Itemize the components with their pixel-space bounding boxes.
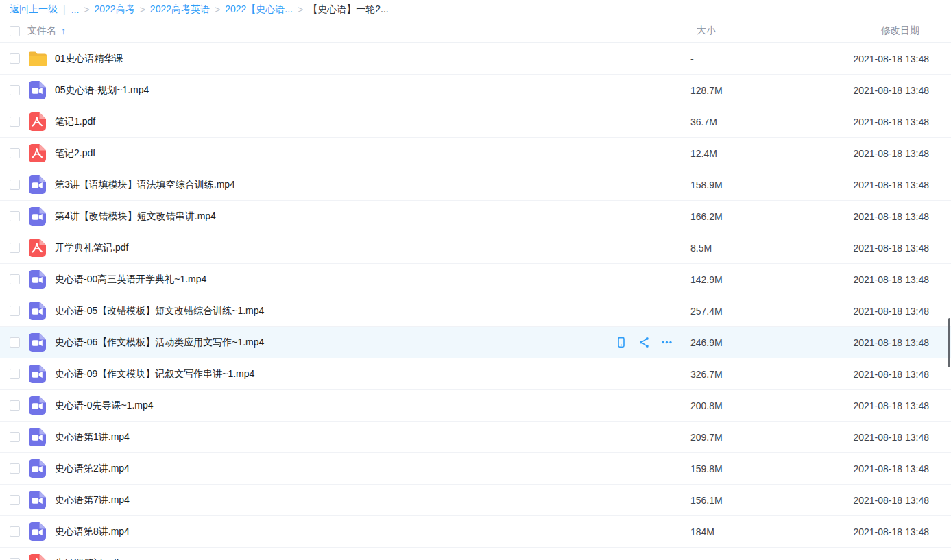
file-name[interactable]: 开学典礼笔记.pdf bbox=[55, 242, 690, 254]
table-row[interactable]: 笔记2.pdf 12.4M 2021-08-18 13:48 bbox=[0, 138, 951, 169]
file-name[interactable]: 05史心语-规划~1.mp4 bbox=[55, 84, 690, 97]
row-checkbox[interactable] bbox=[10, 400, 20, 411]
row-checkbox[interactable] bbox=[10, 274, 20, 284]
file-date: 2021-08-18 13:48 bbox=[814, 274, 951, 285]
file-name[interactable]: 01史心语精华课 bbox=[55, 53, 690, 65]
row-checkbox[interactable] bbox=[10, 526, 20, 537]
file-size: 158.9M bbox=[690, 180, 814, 191]
video-file-icon bbox=[29, 270, 46, 289]
row-checkbox[interactable] bbox=[10, 243, 20, 253]
file-date: 2021-08-18 13:48 bbox=[814, 400, 951, 411]
breadcrumb-separator: > bbox=[215, 4, 220, 15]
table-row[interactable]: 史心语第1讲.mp4 209.7M 2021-08-18 13:48 bbox=[0, 422, 951, 453]
table-row[interactable]: 05史心语-规划~1.mp4 128.7M 2021-08-18 13:48 bbox=[0, 75, 951, 106]
breadcrumb: 返回上一级 | ... >2022高考>2022高考英语>2022【史心语...… bbox=[0, 0, 951, 19]
video-file-icon bbox=[29, 428, 46, 446]
row-checkbox[interactable] bbox=[10, 53, 20, 64]
table-row[interactable]: 史心语-06【作文模板】活动类应用文写作~1.mp4 bbox=[0, 327, 951, 358]
row-checkbox[interactable] bbox=[10, 369, 20, 379]
file-size: 200.8M bbox=[690, 400, 814, 411]
row-checkbox[interactable] bbox=[10, 432, 20, 442]
row-checkbox[interactable] bbox=[10, 85, 20, 95]
file-name[interactable]: 史心语-0先导课~1.mp4 bbox=[55, 400, 690, 412]
breadcrumb-separator: > bbox=[84, 4, 89, 15]
video-file-icon bbox=[29, 396, 46, 415]
file-date: 2021-08-18 13:48 bbox=[814, 463, 951, 474]
file-name[interactable]: 笔记2.pdf bbox=[55, 147, 690, 160]
row-checkbox[interactable] bbox=[10, 495, 20, 505]
file-size: 156.1M bbox=[690, 495, 814, 506]
file-size: 10.4M bbox=[690, 558, 814, 560]
table-row[interactable]: 史心语第7讲.mp4 156.1M 2021-08-18 13:48 bbox=[0, 485, 951, 516]
file-name[interactable]: 史心语-05【改错模板】短文改错综合训练~1.mp4 bbox=[55, 305, 690, 317]
table-row[interactable]: 第3讲【语填模块】语法填空综合训练.mp4 158.9M 2021-08-18 … bbox=[0, 169, 951, 201]
file-name[interactable]: 史心语第8讲.mp4 bbox=[55, 526, 690, 538]
file-list: 01史心语精华课 - 2021-08-18 13:48 05史心语-规划~1.m… bbox=[0, 43, 951, 560]
breadcrumb-current: 【史心语】一轮2... bbox=[308, 3, 388, 16]
file-date: 2021-08-18 13:48 bbox=[814, 526, 951, 537]
row-checkbox[interactable] bbox=[10, 337, 20, 348]
breadcrumb-link[interactable]: 2022【史心语... bbox=[225, 3, 293, 16]
breadcrumb-link[interactable]: 2022高考 bbox=[95, 3, 135, 16]
file-name[interactable]: 史心语-06【作文模板】活动类应用文写作~1.mp4 bbox=[55, 337, 608, 349]
file-size: 12.4M bbox=[690, 148, 814, 159]
row-checkbox[interactable] bbox=[10, 148, 20, 158]
file-date: 2021-08-18 13:48 bbox=[814, 211, 951, 222]
file-size: 36.7M bbox=[690, 117, 814, 127]
breadcrumb-back-link[interactable]: 返回上一级 bbox=[10, 3, 58, 16]
send-to-phone-icon[interactable] bbox=[615, 337, 627, 349]
file-date: 2021-08-18 13:48 bbox=[814, 558, 951, 560]
share-icon[interactable] bbox=[638, 337, 650, 349]
video-file-icon bbox=[29, 302, 46, 320]
video-file-icon bbox=[29, 459, 46, 478]
file-size: 128.7M bbox=[690, 85, 814, 96]
video-file-icon bbox=[29, 365, 46, 383]
pdf-file-icon bbox=[29, 112, 46, 131]
file-name[interactable]: 笔记1.pdf bbox=[55, 116, 690, 128]
row-checkbox[interactable] bbox=[10, 117, 20, 127]
table-row[interactable]: 史心语-05【改错模板】短文改错综合训练~1.mp4 257.4M 2021-0… bbox=[0, 295, 951, 327]
file-name[interactable]: 史心语-00高三英语开学典礼~1.mp4 bbox=[55, 273, 690, 286]
file-name[interactable]: 史心语-09【作文模块】记叙文写作串讲~1.mp4 bbox=[55, 368, 690, 380]
breadcrumb-separator: > bbox=[298, 4, 303, 15]
row-hover-actions bbox=[608, 337, 690, 349]
folder-icon bbox=[29, 51, 47, 66]
file-name[interactable]: 先导课笔记.pdf bbox=[55, 557, 690, 560]
file-size: - bbox=[690, 53, 814, 64]
table-row[interactable]: 史心语第2讲.mp4 159.8M 2021-08-18 13:48 bbox=[0, 453, 951, 485]
table-row[interactable]: 史心语-09【作文模块】记叙文写作串讲~1.mp4 326.7M 2021-08… bbox=[0, 358, 951, 390]
filename-header-label: 文件名 bbox=[27, 25, 56, 37]
breadcrumb-collapsed[interactable]: ... bbox=[71, 4, 80, 15]
file-size: 166.2M bbox=[690, 211, 814, 222]
file-name[interactable]: 史心语第7讲.mp4 bbox=[55, 494, 690, 507]
scrollbar-thumb[interactable] bbox=[948, 318, 950, 367]
breadcrumb-link[interactable]: 2022高考英语 bbox=[150, 3, 210, 16]
table-row[interactable]: 史心语-0先导课~1.mp4 200.8M 2021-08-18 13:48 bbox=[0, 390, 951, 422]
column-header-size: 大小 bbox=[690, 25, 814, 37]
file-name[interactable]: 史心语第2讲.mp4 bbox=[55, 463, 690, 475]
table-row[interactable]: 开学典礼笔记.pdf 8.5M 2021-08-18 13:48 bbox=[0, 232, 951, 264]
file-size: 142.9M bbox=[690, 274, 814, 285]
video-file-icon bbox=[29, 81, 46, 99]
select-all-checkbox[interactable] bbox=[10, 26, 20, 36]
table-row[interactable]: 01史心语精华课 - 2021-08-18 13:48 bbox=[0, 43, 951, 75]
row-checkbox[interactable] bbox=[10, 463, 20, 474]
file-name[interactable]: 第3讲【语填模块】语法填空综合训练.mp4 bbox=[55, 179, 690, 191]
column-header-filename[interactable]: 文件名 ↑ bbox=[27, 25, 690, 37]
row-checkbox[interactable] bbox=[10, 211, 20, 221]
video-file-icon bbox=[29, 522, 46, 541]
file-date: 2021-08-18 13:48 bbox=[814, 117, 951, 127]
table-row[interactable]: 史心语第8讲.mp4 184M 2021-08-18 13:48 bbox=[0, 516, 951, 548]
table-row[interactable]: 笔记1.pdf 36.7M 2021-08-18 13:48 bbox=[0, 106, 951, 138]
file-name[interactable]: 史心语第1讲.mp4 bbox=[55, 431, 690, 443]
table-row[interactable]: 第4讲【改错模块】短文改错串讲.mp4 166.2M 2021-08-18 13… bbox=[0, 201, 951, 232]
table-row[interactable]: 先导课笔记.pdf 10.4M 2021-08-18 13:48 bbox=[0, 548, 951, 560]
pdf-file-icon bbox=[29, 554, 46, 560]
file-size: 209.7M bbox=[690, 432, 814, 443]
breadcrumb-separator: > bbox=[140, 4, 145, 15]
table-row[interactable]: 史心语-00高三英语开学典礼~1.mp4 142.9M 2021-08-18 1… bbox=[0, 264, 951, 295]
row-checkbox[interactable] bbox=[10, 180, 20, 190]
file-name[interactable]: 第4讲【改错模块】短文改错串讲.mp4 bbox=[55, 210, 690, 223]
more-dots-icon[interactable] bbox=[660, 337, 673, 349]
row-checkbox[interactable] bbox=[10, 306, 20, 316]
